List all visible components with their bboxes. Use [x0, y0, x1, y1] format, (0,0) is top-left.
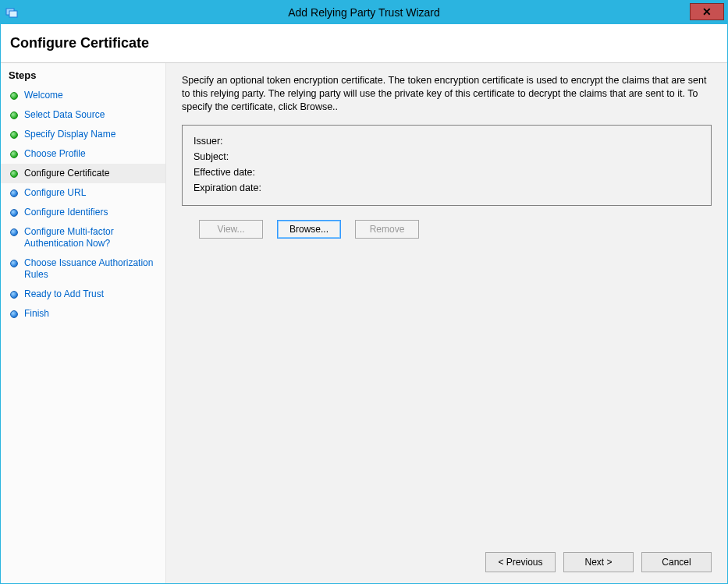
- steps-sidebar: Steps WelcomeSelect Data SourceSpecify D…: [1, 63, 166, 583]
- step-item[interactable]: Configure Certificate: [1, 164, 165, 183]
- step-label: Configure Multi-factor Authentication No…: [24, 226, 158, 250]
- wizard-body: Steps WelcomeSelect Data SourceSpecify D…: [1, 62, 727, 583]
- step-bullet-icon: [10, 228, 18, 236]
- svg-rect-1: [9, 11, 17, 17]
- instructions-text: Specify an optional token encryption cer…: [182, 74, 712, 114]
- steps-heading: Steps: [1, 66, 165, 86]
- step-label: Choose Issuance Authorization Rules: [24, 257, 158, 281]
- step-item[interactable]: Choose Issuance Authorization Rules: [1, 253, 165, 285]
- cert-issuer-label: Issuer:: [194, 136, 223, 147]
- previous-button[interactable]: < Previous: [485, 552, 556, 572]
- cert-subject-label: Subject:: [194, 151, 229, 162]
- step-item[interactable]: Configure Multi-factor Authentication No…: [1, 222, 165, 253]
- cert-effective-label: Effective date:: [194, 167, 255, 178]
- step-label: Select Data Source: [24, 109, 105, 121]
- step-item[interactable]: Select Data Source: [1, 105, 165, 125]
- cert-expiration-row: Expiration date:: [194, 180, 700, 196]
- step-bullet-icon: [10, 260, 18, 267]
- titlebar: Add Relying Party Trust Wizard ✕: [1, 1, 727, 24]
- view-button: View...: [199, 220, 263, 239]
- window-title: Add Relying Party Trust Wizard: [1, 6, 727, 19]
- step-bullet-icon: [10, 111, 18, 119]
- main-panel: Specify an optional token encryption cer…: [166, 63, 727, 583]
- step-bullet-icon: [10, 170, 18, 178]
- step-bullet-icon: [10, 150, 18, 158]
- certificate-buttons-row: View... Browse... Remove: [182, 220, 712, 239]
- step-label: Configure Certificate: [24, 168, 109, 179]
- step-bullet-icon: [10, 189, 18, 197]
- cert-issuer-row: Issuer:: [194, 133, 700, 149]
- step-label: Configure URL: [24, 187, 86, 199]
- step-bullet-icon: [10, 291, 18, 299]
- wizard-window: Add Relying Party Trust Wizard ✕ Configu…: [0, 0, 728, 584]
- cancel-button[interactable]: Cancel: [641, 552, 712, 572]
- next-button[interactable]: Next >: [563, 552, 634, 572]
- browse-button[interactable]: Browse...: [277, 220, 341, 239]
- close-icon: ✕: [702, 5, 712, 18]
- certificate-details-box: Issuer: Subject: Effective date: Expirat…: [182, 125, 712, 206]
- close-button[interactable]: ✕: [690, 3, 724, 20]
- step-label: Choose Profile: [24, 148, 86, 160]
- step-bullet-icon: [10, 131, 18, 139]
- page-title: Configure Certificate: [1, 24, 727, 62]
- step-label: Ready to Add Trust: [24, 288, 104, 300]
- step-label: Configure Identifiers: [24, 207, 108, 218]
- step-item[interactable]: Configure URL: [1, 183, 165, 203]
- step-item[interactable]: Ready to Add Trust: [1, 285, 165, 304]
- step-bullet-icon: [10, 92, 18, 100]
- cert-expiration-label: Expiration date:: [194, 182, 261, 193]
- cert-effective-row: Effective date:: [194, 165, 700, 180]
- step-item[interactable]: Configure Identifiers: [1, 203, 165, 222]
- step-item[interactable]: Choose Profile: [1, 144, 165, 164]
- wizard-nav-footer: < Previous Next > Cancel: [485, 552, 712, 572]
- step-label: Finish: [24, 308, 49, 320]
- step-bullet-icon: [10, 209, 18, 217]
- step-bullet-icon: [10, 310, 18, 318]
- step-item[interactable]: Welcome: [1, 86, 165, 105]
- step-item[interactable]: Specify Display Name: [1, 125, 165, 144]
- cert-subject-row: Subject:: [194, 149, 700, 165]
- step-item[interactable]: Finish: [1, 304, 165, 324]
- app-icon: [5, 6, 18, 19]
- step-label: Welcome: [24, 90, 63, 101]
- remove-button: Remove: [355, 220, 419, 239]
- step-label: Specify Display Name: [24, 129, 115, 140]
